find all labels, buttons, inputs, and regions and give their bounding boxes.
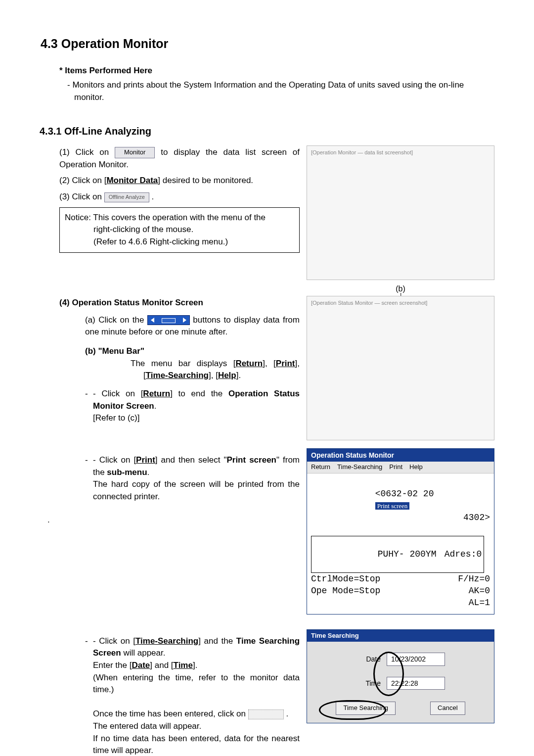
ts-date-input[interactable]: 10/23/2002 (387, 653, 445, 665)
ts-time-field: Time 22:22:28 (307, 677, 494, 690)
step-3-post: . (152, 192, 154, 201)
stray-dot: . (47, 514, 300, 526)
blank-button[interactable] (248, 709, 284, 719)
step-4-head: (4) Operation Status Monitor Screen (59, 298, 203, 307)
ts-date-field: Date 10/23/2002 (307, 653, 494, 665)
ts-date-label: Date (356, 654, 381, 664)
osm-menu-help[interactable]: Help (409, 463, 423, 472)
osm-row1: <0632-02 20 Print screen 4302> (311, 475, 490, 535)
step-2-post: ] desired to be monitored. (158, 176, 253, 185)
step-4-return: - - Click on [Return] to end the Operati… (85, 388, 300, 425)
osm-menu-return[interactable]: Return (311, 463, 330, 472)
step-4b-body: The menu bar displays [Return], [Print],… (85, 358, 300, 382)
step-2-pre: (2) Click on [ (59, 176, 106, 185)
figure-data-list-screenshot: [Operation Monitor — data list screensho… (307, 145, 494, 280)
ts-time-input[interactable]: 22:22:28 (387, 677, 445, 690)
step-1-text-pre: (1) Click on (59, 147, 115, 157)
step-4a: (a) Click on the buttons to display data… (85, 314, 300, 338)
items-performed-body: - Monitors and prints about the System I… (67, 79, 494, 103)
ts-title: Time Searching (307, 630, 494, 642)
step-3-pre: (3) Click on (59, 192, 104, 201)
step-3: (3) Click on Offline Analyze . (59, 191, 300, 203)
osm-title: Operation Status Monitor (307, 449, 494, 462)
heading-4-3-1: 4.3.1 Off-Line Analyzing (40, 124, 494, 139)
offline-analyze-button[interactable]: Offline Analyze (104, 192, 149, 202)
notice1-l3: (Refer to 4.6.6 Right-clicking menu.) (65, 236, 294, 248)
monitor-button[interactable]: Monitor (115, 147, 155, 158)
step-4-print: - - Click on [Print] and then select "Pr… (85, 454, 300, 503)
step-4b-head: (b) "Menu Bar" (85, 345, 300, 358)
monitor-data-link[interactable]: Monitor Data (106, 176, 158, 185)
notice1-l1: Notice: This covers the operation with t… (65, 212, 294, 224)
step-4-time: - - Click on [Time-Searching] and the Ti… (85, 635, 300, 756)
osm-print-screen-item[interactable]: Print screen (375, 502, 410, 510)
osm-menu-time[interactable]: Time-Searching (337, 463, 382, 472)
ts-search-button[interactable]: Time Searching (336, 702, 396, 715)
time-searching-dialog: Time Searching Date 10/23/2002 Time 22:2… (307, 629, 494, 723)
step-2: (2) Click on [Monitor Data] desired to b… (59, 175, 300, 187)
marker-b: (b) (396, 283, 405, 294)
notice-box-1: Notice: This covers the operation with t… (59, 207, 300, 253)
osm-menu-print[interactable]: Print (389, 463, 402, 472)
items-performed-head: * Items Performed Here (59, 65, 494, 77)
figure-status-monitor-screenshot: [Operation Status Monitor — screen scree… (307, 296, 494, 440)
osm-row2: PUHY- 200YMAdres:0 (311, 536, 484, 573)
osm-row3: CtrlMode=StopF/Hz=0 (311, 573, 490, 585)
notice1-l2: right-clicking of the mouse. (65, 224, 294, 236)
prev-next-buttons[interactable] (147, 315, 190, 325)
step-4: (4) Operation Status Monitor Screen (59, 297, 300, 309)
osm-menubar: Return Time-Searching Print Help (307, 462, 494, 473)
ts-cancel-button[interactable]: Cancel (430, 702, 465, 715)
operation-status-monitor-panel: Operation Status Monitor Return Time-Sea… (307, 448, 494, 614)
step-1: (1) Click on Monitor to display the data… (59, 146, 300, 171)
heading-4-3: 4.3 Operation Monitor (41, 35, 494, 52)
ts-time-label: Time (356, 678, 381, 688)
osm-row4: Ope Mode=StopAK=0 (311, 585, 490, 597)
